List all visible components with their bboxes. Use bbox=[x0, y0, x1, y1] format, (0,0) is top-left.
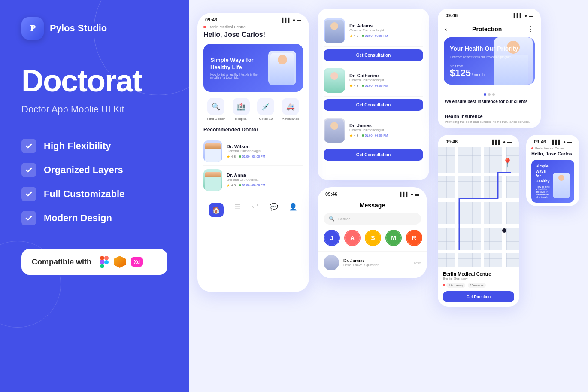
avatar-catherine bbox=[324, 68, 345, 93]
status-bar-message: 09:46 ▌▌▌●▬ bbox=[318, 187, 427, 199]
consultation-btn-catherine[interactable]: Get Consultation bbox=[324, 99, 423, 111]
check-icon-2 bbox=[21, 163, 36, 177]
compat-box: Compatible with Xd bbox=[21, 249, 167, 275]
nav-list[interactable]: ☰ bbox=[234, 203, 240, 217]
message-search-bar[interactable]: 🔍 Search bbox=[324, 213, 421, 225]
check-icon-1 bbox=[21, 139, 36, 153]
doctor-avatar-anna bbox=[203, 169, 222, 191]
contact-1[interactable]: J bbox=[324, 230, 340, 246]
svg-rect-0 bbox=[100, 256, 104, 260]
logo-area: 𝐏 Pylos Studio bbox=[21, 17, 167, 40]
sp-greeting: Hello, Jose Carlos! bbox=[531, 151, 574, 156]
svg-rect-4 bbox=[100, 264, 104, 268]
bottom-phones-row: 09:46 ▌▌▌●▬ 📍 bbox=[438, 135, 579, 307]
hero-doctor-image bbox=[268, 51, 296, 85]
get-direction-button[interactable]: Get Direction bbox=[443, 291, 514, 302]
svg-rect-2 bbox=[100, 260, 104, 264]
nav-chat[interactable]: 💬 bbox=[270, 203, 278, 217]
contact-2[interactable]: A bbox=[344, 230, 361, 246]
sp-banner-title: Simple Ways for Healthy bbox=[536, 164, 550, 184]
quick-covid[interactable]: 💉 Covid-19 bbox=[257, 98, 274, 121]
feature-item-3: Full Customizable bbox=[21, 187, 167, 201]
insurance-desc: Providing the best and suitable home ins… bbox=[445, 120, 534, 124]
protection-title: Protection bbox=[472, 26, 502, 33]
phone-home-content: Berlin Medical Centre Hello, Jose Carlos… bbox=[197, 25, 309, 194]
recent-contacts: J A S M R bbox=[318, 230, 427, 246]
feature-item-4: Modern Design bbox=[21, 211, 167, 225]
right-column: 09:46 ▌▌▌●▬ ‹ Protection ⋮ Your Health O… bbox=[438, 9, 579, 383]
figma-icon bbox=[100, 256, 109, 268]
carousel-dots bbox=[438, 90, 541, 99]
map-meta: 1.0m away 20minutes bbox=[443, 283, 514, 288]
message-item-james[interactable]: Dr. James Hello, I have a question... 12… bbox=[318, 251, 427, 274]
check-icon-4 bbox=[21, 211, 36, 225]
prot-banner-title: Your Health Our Priority bbox=[450, 45, 518, 52]
check-icon-3 bbox=[21, 187, 36, 201]
prot-desc: We ensure best insurence for our clients bbox=[438, 99, 541, 109]
feature-list: High Flexibility Organized Layers Full C… bbox=[21, 139, 167, 225]
feature-label-4: Modern Design bbox=[44, 213, 112, 224]
app-subtitle: Doctor App Moblie UI Kit bbox=[21, 104, 167, 115]
nav-profile[interactable]: 👤 bbox=[289, 203, 297, 217]
status-bar-main: 09:46 ▌▌▌●▬ bbox=[197, 13, 309, 25]
phone-protection-screen: 09:46 ▌▌▌●▬ ‹ Protection ⋮ Your Health O… bbox=[438, 9, 541, 128]
search-icon: 🔍 bbox=[329, 216, 335, 222]
feature-item-2: Organized Layers bbox=[21, 163, 167, 177]
quick-find-doctor[interactable]: 🔍 Find Doctor bbox=[207, 98, 225, 121]
hero-title: Simple Ways for Healthy Life bbox=[210, 57, 265, 71]
doctor-list-panel: Dr. Adams General Pulmonologist ★4.8 01:… bbox=[318, 9, 429, 180]
compat-label: Compatible with bbox=[32, 258, 91, 267]
quick-ambulance[interactable]: 🚑 Ambulance bbox=[282, 98, 299, 121]
insurance-item: Health Insurence Providing the best and … bbox=[438, 109, 541, 128]
contact-3[interactable]: S bbox=[365, 230, 381, 246]
avatar-james bbox=[324, 118, 345, 143]
compat-icons: Xd bbox=[100, 256, 143, 268]
doc-list-adams: Dr. Adams General Pulmonologist ★4.8 01:… bbox=[324, 15, 423, 47]
sp-location-bar: Berlin Medical Centre bbox=[531, 147, 574, 150]
app-title: Doctorat bbox=[21, 65, 167, 96]
nav-shield[interactable]: 🛡 bbox=[252, 203, 258, 217]
back-button[interactable]: ‹ bbox=[445, 25, 447, 33]
sketch-icon bbox=[114, 256, 126, 268]
nav-home[interactable]: 🏠 bbox=[209, 203, 224, 217]
sp-doctor-img bbox=[553, 173, 570, 198]
status-icons-main: ▌▌▌●▬ bbox=[282, 18, 301, 22]
msg-avatar-james bbox=[324, 255, 339, 270]
consultation-btn-james[interactable]: Get Consultation bbox=[324, 149, 423, 161]
location-dot bbox=[203, 26, 206, 28]
sp-banner-sub: How to find a healthy lifestyle in the m… bbox=[536, 185, 550, 198]
brand-logo-icon: 𝐏 bbox=[21, 17, 44, 40]
status-bar-small: 09:46 ▌▌▌●▬ bbox=[526, 135, 579, 147]
sp-hero-banner: Simple Ways for Healthy How to find a he… bbox=[531, 160, 574, 203]
avatar-adams bbox=[324, 18, 345, 43]
map-current-location bbox=[502, 228, 506, 233]
map-pin: 📍 bbox=[502, 158, 513, 168]
recommended-section-title: Recommended Doctor bbox=[203, 127, 303, 133]
greeting-text: Hello, Jose Carlos! bbox=[203, 31, 303, 39]
hero-banner: Simple Ways for Healthy Life How to find… bbox=[203, 44, 303, 92]
price-label: Start from bbox=[450, 64, 518, 67]
map-hospital-name: Berlin Medical Centre bbox=[443, 271, 514, 277]
protection-banner: Your Health Our Priority Get more benefi… bbox=[444, 37, 535, 85]
hero-subtitle: How to find a healthy lifestyle in the m… bbox=[210, 73, 265, 79]
doctor-avatar-wilson bbox=[203, 140, 222, 162]
price-period: / month bbox=[472, 73, 485, 77]
feature-label-1: High Flexibility bbox=[44, 140, 111, 152]
quick-hospital[interactable]: 🏥 Hospital bbox=[233, 98, 250, 121]
more-button[interactable]: ⋮ bbox=[527, 25, 534, 33]
map-hospital-location: Berlin, Germany bbox=[443, 277, 514, 280]
contact-4[interactable]: M bbox=[385, 230, 402, 246]
consultation-btn-adams[interactable]: Get Consultation bbox=[324, 49, 423, 61]
svg-point-3 bbox=[104, 260, 109, 264]
map-card: Berlin Medical Centre Berlin, Germany 1.… bbox=[438, 267, 519, 307]
svg-rect-1 bbox=[104, 256, 109, 260]
doctor-card-anna: Dr. Anna General Orthodentist ★4.8 01:00… bbox=[203, 166, 303, 194]
contact-5[interactable]: R bbox=[406, 230, 422, 246]
feature-label-2: Organized Layers bbox=[44, 164, 123, 176]
left-panel: 𝐏 Pylos Studio Doctorat Doctor App Mobli… bbox=[0, 0, 189, 392]
quick-actions: 🔍 Find Doctor 🏥 Hospital 💉 Covid-19 🚑 Am… bbox=[203, 98, 303, 121]
doc-list-catherine: Dr. Catherine General Pulmonologist ★4.8… bbox=[324, 64, 423, 97]
feature-item-1: High Flexibility bbox=[21, 139, 167, 153]
phone-map-screen: 09:46 ▌▌▌●▬ 📍 bbox=[438, 135, 519, 307]
middle-column: Dr. Adams General Pulmonologist ★4.8 01:… bbox=[318, 9, 429, 383]
